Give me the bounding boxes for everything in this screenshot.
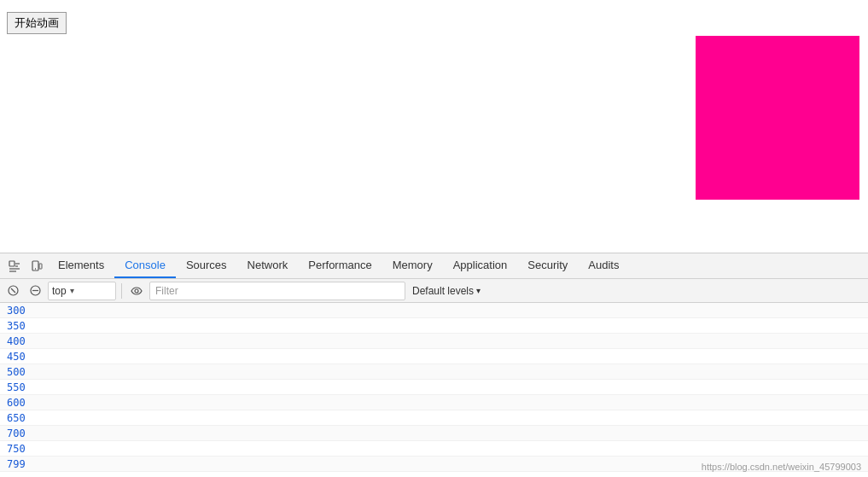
tab-security[interactable]: Security [517, 253, 578, 278]
svg-point-12 [135, 289, 138, 293]
filter-input[interactable] [149, 282, 405, 300]
svg-rect-0 [9, 261, 15, 266]
clear-console-button[interactable] [3, 282, 22, 300]
svg-rect-7 [39, 264, 42, 269]
console-log-area[interactable]: 300350400450500550600650700750799 [0, 303, 868, 477]
log-line: 700 [0, 426, 868, 441]
tab-sources[interactable]: Sources [176, 253, 237, 278]
log-line: 750 [0, 441, 868, 457]
default-levels-chevron-icon: ▾ [476, 286, 481, 295]
context-chevron-icon: ▾ [70, 286, 74, 295]
tab-audits[interactable]: Audits [578, 253, 629, 278]
tab-performance[interactable]: Performance [298, 253, 382, 278]
stop-recording-button[interactable] [26, 282, 44, 300]
default-levels-label: Default levels [412, 285, 474, 297]
tab-console[interactable]: Console [114, 253, 176, 278]
tab-elements[interactable]: Elements [48, 253, 114, 278]
inspect-element-button[interactable] [3, 255, 26, 277]
console-bar: top ▾ Default levels ▾ [0, 279, 868, 303]
devtools-panel: Elements Console Sources Network Perform… [0, 253, 868, 477]
log-line: 450 [0, 349, 868, 364]
console-divider [121, 283, 122, 299]
device-toolbar-button[interactable] [26, 255, 48, 277]
eye-icon-button[interactable] [127, 282, 146, 300]
log-line: 400 [0, 334, 868, 349]
context-value: top [52, 285, 67, 297]
context-selector[interactable]: top ▾ [48, 282, 116, 300]
tab-memory[interactable]: Memory [382, 253, 443, 278]
start-animation-button[interactable]: 开始动画 [7, 12, 67, 34]
svg-line-9 [11, 288, 15, 293]
log-line: 300 [0, 303, 868, 318]
log-line: 799 [0, 457, 868, 472]
log-line: 550 [0, 380, 868, 395]
animated-square [696, 36, 859, 200]
default-levels-button[interactable]: Default levels ▾ [409, 282, 484, 300]
log-line: 650 [0, 410, 868, 426]
tab-network[interactable]: Network [237, 253, 299, 278]
log-line: 600 [0, 395, 868, 410]
main-page-area: 开始动画 [0, 0, 868, 253]
log-line: 500 [0, 364, 868, 380]
devtools-toolbar: Elements Console Sources Network Perform… [0, 253, 868, 279]
devtools-tabs: Elements Console Sources Network Perform… [48, 253, 865, 278]
tab-application[interactable]: Application [443, 253, 518, 278]
log-line: 350 [0, 318, 868, 334]
